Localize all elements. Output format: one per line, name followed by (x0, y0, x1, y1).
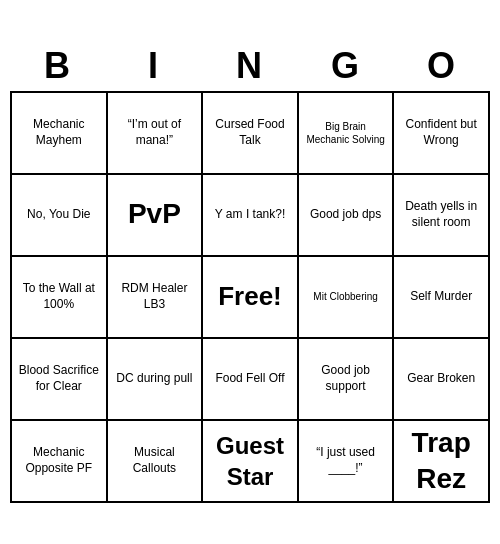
bingo-cell[interactable]: Good job dps (299, 175, 395, 257)
bingo-cell[interactable]: “I just used ____!” (299, 421, 395, 504)
bingo-card: BINGO Mechanic Mayhem“I’m out of mana!”C… (10, 41, 490, 504)
bingo-cell[interactable]: Musical Callouts (108, 421, 204, 504)
bingo-cell[interactable]: Y am I tank?! (203, 175, 299, 257)
bingo-header: BINGO (10, 41, 490, 91)
bingo-cell[interactable]: Good job support (299, 339, 395, 421)
bingo-cell[interactable]: No, You Die (12, 175, 108, 257)
bingo-cell[interactable]: RDM Healer LB3 (108, 257, 204, 339)
bingo-cell[interactable]: Blood Sacrifice for Clear (12, 339, 108, 421)
bingo-cell[interactable]: Guest Star (203, 421, 299, 504)
bingo-cell[interactable]: Free! (203, 257, 299, 339)
bingo-cell[interactable]: Confident but Wrong (394, 93, 490, 175)
bingo-cell[interactable]: Mit Clobbering (299, 257, 395, 339)
bingo-cell[interactable]: Self Murder (394, 257, 490, 339)
bingo-cell[interactable]: Death yells in silent room (394, 175, 490, 257)
bingo-cell[interactable]: Trap Rez (394, 421, 490, 504)
bingo-cell[interactable]: To the Wall at 100% (12, 257, 108, 339)
bingo-cell[interactable]: “I’m out of mana!” (108, 93, 204, 175)
bingo-cell[interactable]: Food Fell Off (203, 339, 299, 421)
bingo-cell[interactable]: Big Brain Mechanic Solving (299, 93, 395, 175)
bingo-cell[interactable]: Cursed Food Talk (203, 93, 299, 175)
header-letter: G (298, 41, 394, 91)
header-letter: I (106, 41, 202, 91)
bingo-cell[interactable]: Mechanic Opposite PF (12, 421, 108, 504)
bingo-grid: Mechanic Mayhem“I’m out of mana!”Cursed … (10, 91, 490, 504)
header-letter: N (202, 41, 298, 91)
header-letter: B (10, 41, 106, 91)
bingo-cell[interactable]: Mechanic Mayhem (12, 93, 108, 175)
bingo-cell[interactable]: DC during pull (108, 339, 204, 421)
header-letter: O (394, 41, 490, 91)
bingo-cell[interactable]: Gear Broken (394, 339, 490, 421)
bingo-cell[interactable]: PvP (108, 175, 204, 257)
